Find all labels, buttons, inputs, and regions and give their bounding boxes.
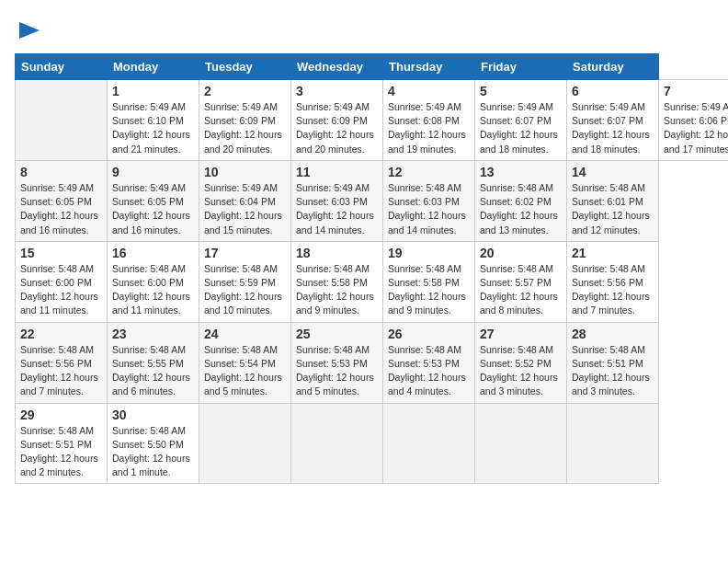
day-number: 1 [112,84,194,98]
day-detail: Sunrise: 5:49 AMSunset: 6:08 PMDaylight:… [388,100,470,156]
day-number: 6 [572,84,654,98]
day-cell: 11Sunrise: 5:49 AMSunset: 6:03 PMDayligh… [291,160,383,241]
day-number: 7 [664,84,728,98]
weekday-header-friday: Friday [475,54,567,80]
day-detail: Sunrise: 5:48 AMSunset: 5:56 PMDaylight:… [572,262,654,318]
day-number: 14 [572,165,654,179]
weekday-header-sunday: Sunday [16,54,108,80]
day-detail: Sunrise: 5:48 AMSunset: 5:51 PMDaylight:… [572,343,654,399]
day-number: 8 [20,165,102,179]
day-detail: Sunrise: 5:48 AMSunset: 6:02 PMDaylight:… [480,181,562,237]
day-cell: 28Sunrise: 5:48 AMSunset: 5:51 PMDayligh… [567,322,659,403]
day-cell [199,403,291,484]
day-detail: Sunrise: 5:48 AMSunset: 6:00 PMDaylight:… [20,262,102,318]
day-detail: Sunrise: 5:48 AMSunset: 6:01 PMDaylight:… [572,181,654,237]
day-cell: 21Sunrise: 5:48 AMSunset: 5:56 PMDayligh… [567,241,659,322]
weekday-header-saturday: Saturday [567,54,659,80]
day-number: 25 [296,327,378,341]
day-cell: 4Sunrise: 5:49 AMSunset: 6:08 PMDaylight… [383,80,475,161]
day-detail: Sunrise: 5:49 AMSunset: 6:05 PMDaylight:… [20,181,102,237]
day-cell: 24Sunrise: 5:48 AMSunset: 5:54 PMDayligh… [199,322,291,403]
day-number: 27 [480,327,562,341]
day-cell: 1Sunrise: 5:49 AMSunset: 6:10 PMDaylight… [108,80,199,161]
day-detail: Sunrise: 5:49 AMSunset: 6:04 PMDaylight:… [204,181,286,237]
day-detail: Sunrise: 5:48 AMSunset: 5:55 PMDaylight:… [112,343,194,399]
day-cell: 30Sunrise: 5:48 AMSunset: 5:50 PMDayligh… [108,403,199,484]
day-detail: Sunrise: 5:48 AMSunset: 6:00 PMDaylight:… [112,262,194,318]
day-number: 30 [112,408,194,422]
day-cell: 20Sunrise: 5:48 AMSunset: 5:57 PMDayligh… [475,241,567,322]
day-number: 2 [204,84,286,98]
day-number: 4 [388,84,470,98]
day-detail: Sunrise: 5:49 AMSunset: 6:09 PMDaylight:… [296,100,378,156]
day-number: 12 [388,165,470,179]
week-row-2: 8Sunrise: 5:49 AMSunset: 6:05 PMDaylight… [16,160,729,241]
weekday-header-tuesday: Tuesday [199,54,291,80]
day-number: 5 [480,84,562,98]
day-number: 20 [480,246,562,260]
weekday-header-monday: Monday [108,54,199,80]
day-detail: Sunrise: 5:48 AMSunset: 5:57 PMDaylight:… [480,262,562,318]
day-cell: 25Sunrise: 5:48 AMSunset: 5:53 PMDayligh… [291,322,383,403]
day-number: 21 [572,246,654,260]
day-cell: 26Sunrise: 5:48 AMSunset: 5:53 PMDayligh… [383,322,475,403]
day-cell: 13Sunrise: 5:48 AMSunset: 6:02 PMDayligh… [475,160,567,241]
day-number: 10 [204,165,286,179]
day-cell: 18Sunrise: 5:48 AMSunset: 5:58 PMDayligh… [291,241,383,322]
page-header [15,15,713,46]
day-detail: Sunrise: 5:48 AMSunset: 5:51 PMDaylight:… [20,424,102,480]
calendar-table: SundayMondayTuesdayWednesdayThursdayFrid… [15,53,728,484]
day-cell: 19Sunrise: 5:48 AMSunset: 5:58 PMDayligh… [383,241,475,322]
day-cell [475,403,567,484]
logo-icon [19,18,43,42]
day-detail: Sunrise: 5:48 AMSunset: 6:03 PMDaylight:… [388,181,470,237]
week-row-5: 29Sunrise: 5:48 AMSunset: 5:51 PMDayligh… [16,403,729,484]
weekday-header-thursday: Thursday [383,54,475,80]
day-number: 17 [204,246,286,260]
day-cell: 8Sunrise: 5:49 AMSunset: 6:05 PMDaylight… [16,160,108,241]
weekday-header-wednesday: Wednesday [291,54,383,80]
week-row-4: 22Sunrise: 5:48 AMSunset: 5:56 PMDayligh… [16,322,729,403]
day-detail: Sunrise: 5:48 AMSunset: 5:58 PMDaylight:… [388,262,470,318]
day-cell [291,403,383,484]
day-detail: Sunrise: 5:49 AMSunset: 6:07 PMDaylight:… [572,100,654,156]
day-detail: Sunrise: 5:48 AMSunset: 5:54 PMDaylight:… [204,343,286,399]
day-cell: 27Sunrise: 5:48 AMSunset: 5:52 PMDayligh… [475,322,567,403]
day-number: 23 [112,327,194,341]
day-cell: 10Sunrise: 5:49 AMSunset: 6:04 PMDayligh… [199,160,291,241]
day-cell: 29Sunrise: 5:48 AMSunset: 5:51 PMDayligh… [16,403,108,484]
day-cell: 7Sunrise: 5:49 AMSunset: 6:06 PMDaylight… [659,80,729,161]
day-cell: 15Sunrise: 5:48 AMSunset: 6:00 PMDayligh… [16,241,108,322]
day-detail: Sunrise: 5:48 AMSunset: 5:50 PMDaylight:… [112,424,194,480]
day-cell [16,80,108,161]
day-number: 22 [20,327,102,341]
day-cell [567,403,659,484]
day-cell: 12Sunrise: 5:48 AMSunset: 6:03 PMDayligh… [383,160,475,241]
day-number: 13 [480,165,562,179]
day-detail: Sunrise: 5:49 AMSunset: 6:03 PMDaylight:… [296,181,378,237]
day-number: 9 [112,165,194,179]
day-cell: 14Sunrise: 5:48 AMSunset: 6:01 PMDayligh… [567,160,659,241]
day-cell: 17Sunrise: 5:48 AMSunset: 5:59 PMDayligh… [199,241,291,322]
day-number: 3 [296,84,378,98]
day-number: 18 [296,246,378,260]
svg-marker-0 [19,22,40,39]
day-cell: 23Sunrise: 5:48 AMSunset: 5:55 PMDayligh… [108,322,199,403]
day-detail: Sunrise: 5:48 AMSunset: 5:52 PMDaylight:… [480,343,562,399]
day-cell: 3Sunrise: 5:49 AMSunset: 6:09 PMDaylight… [291,80,383,161]
day-detail: Sunrise: 5:48 AMSunset: 5:56 PMDaylight:… [20,343,102,399]
day-detail: Sunrise: 5:49 AMSunset: 6:10 PMDaylight:… [112,100,194,156]
day-cell: 5Sunrise: 5:49 AMSunset: 6:07 PMDaylight… [475,80,567,161]
day-detail: Sunrise: 5:48 AMSunset: 5:58 PMDaylight:… [296,262,378,318]
day-cell [383,403,475,484]
day-number: 15 [20,246,102,260]
day-detail: Sunrise: 5:48 AMSunset: 5:59 PMDaylight:… [204,262,286,318]
day-detail: Sunrise: 5:49 AMSunset: 6:09 PMDaylight:… [204,100,286,156]
day-cell: 9Sunrise: 5:49 AMSunset: 6:05 PMDaylight… [108,160,199,241]
day-number: 29 [20,408,102,422]
day-detail: Sunrise: 5:49 AMSunset: 6:05 PMDaylight:… [112,181,194,237]
day-cell: 22Sunrise: 5:48 AMSunset: 5:56 PMDayligh… [16,322,108,403]
day-detail: Sunrise: 5:49 AMSunset: 6:06 PMDaylight:… [664,100,728,156]
day-cell: 6Sunrise: 5:49 AMSunset: 6:07 PMDaylight… [567,80,659,161]
day-cell: 16Sunrise: 5:48 AMSunset: 6:00 PMDayligh… [108,241,199,322]
